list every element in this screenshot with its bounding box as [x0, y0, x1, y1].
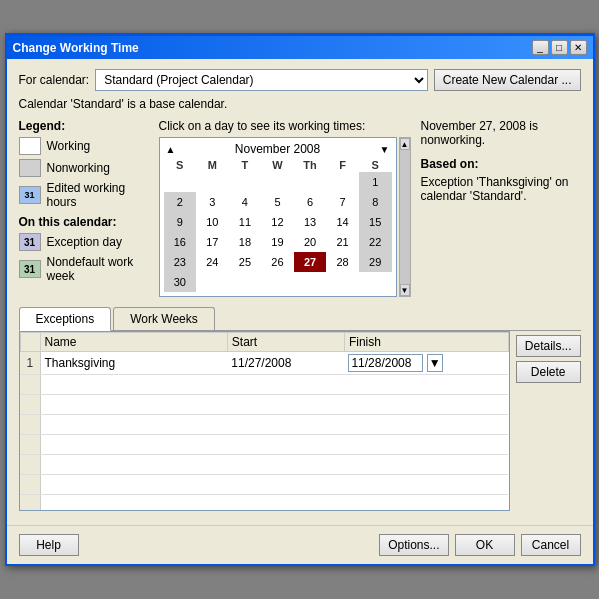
calendar-day[interactable]: 18 — [229, 232, 262, 252]
help-button[interactable]: Help — [19, 534, 79, 556]
exception-start[interactable]: 11/27/2008 — [227, 352, 344, 375]
table-section: Name Start Finish 1 Thanksgiving 11/27/2… — [19, 331, 581, 511]
nonworking-label: Nonworking — [47, 161, 110, 175]
calendar-day[interactable]: 2 — [164, 192, 197, 212]
empty-start[interactable] — [227, 395, 344, 415]
empty-finish[interactable] — [344, 455, 508, 475]
main-content: Legend: Working Nonworking 31 Edited wor… — [19, 119, 581, 297]
calendar-day[interactable]: 5 — [261, 192, 294, 212]
empty-name[interactable] — [40, 495, 227, 512]
legend-nondefault: 31 Nondefault work week — [19, 255, 149, 283]
empty-finish[interactable] — [344, 495, 508, 512]
calendar-day[interactable]: 13 — [294, 212, 327, 232]
calendar-day[interactable]: 4 — [229, 192, 262, 212]
exception-name[interactable]: Thanksgiving — [40, 352, 227, 375]
calendar-day[interactable]: 7 — [326, 192, 359, 212]
close-button[interactable]: ✕ — [570, 40, 587, 55]
calendar-scrollbar[interactable]: ▲ ▼ — [399, 137, 411, 297]
empty-start[interactable] — [227, 435, 344, 455]
calendar-day[interactable]: 9 — [164, 212, 197, 232]
calendar-day[interactable]: 19 — [261, 232, 294, 252]
ok-button[interactable]: OK — [455, 534, 515, 556]
calendar-day — [326, 272, 359, 292]
empty-finish[interactable] — [344, 475, 508, 495]
minimize-button[interactable]: _ — [532, 40, 549, 55]
working-label: Working — [47, 139, 91, 153]
calendar-day[interactable]: 27 — [294, 252, 327, 272]
tab-work-weeks[interactable]: Work Weeks — [113, 307, 215, 330]
dialog-title: Change Working Time — [13, 41, 139, 55]
exception-finish[interactable]: ▼ — [344, 352, 508, 375]
calendar-day[interactable]: 28 — [326, 252, 359, 272]
empty-name[interactable] — [40, 435, 227, 455]
calendar-day — [294, 172, 327, 192]
calendar-select[interactable]: Standard (Project Calendar) — [95, 69, 428, 91]
calendar-day[interactable]: 20 — [294, 232, 327, 252]
options-button[interactable]: Options... — [379, 534, 448, 556]
table-row-empty — [20, 475, 508, 495]
calendar-day[interactable]: 25 — [229, 252, 262, 272]
col-name-header: Name — [40, 333, 227, 352]
empty-finish[interactable] — [344, 375, 508, 395]
calendar-instruction: Click on a day to see its working times: — [159, 119, 411, 133]
empty-start[interactable] — [227, 415, 344, 435]
calendar-day[interactable]: 11 — [229, 212, 262, 232]
calendar-day[interactable]: 8 — [359, 192, 392, 212]
calendar-day[interactable]: 17 — [196, 232, 229, 252]
calendar-day[interactable]: 16 — [164, 232, 197, 252]
calendar-day[interactable]: 24 — [196, 252, 229, 272]
day-header-tue: T — [229, 158, 262, 172]
empty-name[interactable] — [40, 475, 227, 495]
create-new-calendar-button[interactable]: Create New Calendar ... — [434, 69, 581, 91]
empty-finish[interactable] — [344, 415, 508, 435]
calendar-row: 30 — [164, 272, 392, 292]
empty-name[interactable] — [40, 395, 227, 415]
empty-start[interactable] — [227, 475, 344, 495]
calendar-day[interactable]: 15 — [359, 212, 392, 232]
calendar-day[interactable]: 30 — [164, 272, 197, 292]
empty-start[interactable] — [227, 455, 344, 475]
calendar-day[interactable]: 21 — [326, 232, 359, 252]
delete-button[interactable]: Delete — [516, 361, 581, 383]
calendar-day[interactable]: 10 — [196, 212, 229, 232]
tab-exceptions[interactable]: Exceptions — [19, 307, 112, 331]
details-button[interactable]: Details... — [516, 335, 581, 357]
calendar-day[interactable]: 23 — [164, 252, 197, 272]
calendar-day[interactable]: 22 — [359, 232, 392, 252]
calendar-day[interactable]: 14 — [326, 212, 359, 232]
empty-start[interactable] — [227, 375, 344, 395]
calendar-row: 23242526272829 — [164, 252, 392, 272]
calendar-scroll-down[interactable]: ▼ — [400, 284, 410, 296]
empty-name[interactable] — [40, 455, 227, 475]
change-working-time-dialog: Change Working Time _ □ ✕ For calendar: … — [5, 33, 595, 566]
maximize-button[interactable]: □ — [551, 40, 568, 55]
cancel-button[interactable]: Cancel — [521, 534, 581, 556]
empty-finish[interactable] — [344, 395, 508, 415]
calendar-row: 9101112131415 — [164, 212, 392, 232]
finish-input[interactable] — [348, 354, 423, 372]
calendar-month-year: November 2008 — [177, 142, 377, 156]
table-row-empty — [20, 375, 508, 395]
calendar-day[interactable]: 26 — [261, 252, 294, 272]
calendar-day[interactable]: 1 — [359, 172, 392, 192]
empty-start[interactable] — [227, 495, 344, 512]
empty-name[interactable] — [40, 375, 227, 395]
finish-dropdown-button[interactable]: ▼ — [427, 354, 443, 372]
calendar-scroll-up[interactable]: ▲ — [400, 138, 410, 150]
empty-finish[interactable] — [344, 435, 508, 455]
title-bar: Change Working Time _ □ ✕ — [7, 36, 593, 59]
row-number-empty — [20, 475, 40, 495]
title-bar-buttons: _ □ ✕ — [532, 40, 587, 55]
calendar-day[interactable]: 12 — [261, 212, 294, 232]
empty-name[interactable] — [40, 415, 227, 435]
calendar-day — [261, 272, 294, 292]
exception-box: 31 — [19, 233, 41, 251]
calendar-row: 1 — [164, 172, 392, 192]
calendar-prev-button[interactable]: ▲ — [164, 144, 178, 155]
calendar-day[interactable]: 29 — [359, 252, 392, 272]
calendar-day[interactable]: 3 — [196, 192, 229, 212]
calendar-next-button[interactable]: ▼ — [378, 144, 392, 155]
day-header-sun: S — [164, 158, 197, 172]
edited-box: 31 — [19, 186, 41, 204]
calendar-day[interactable]: 6 — [294, 192, 327, 212]
